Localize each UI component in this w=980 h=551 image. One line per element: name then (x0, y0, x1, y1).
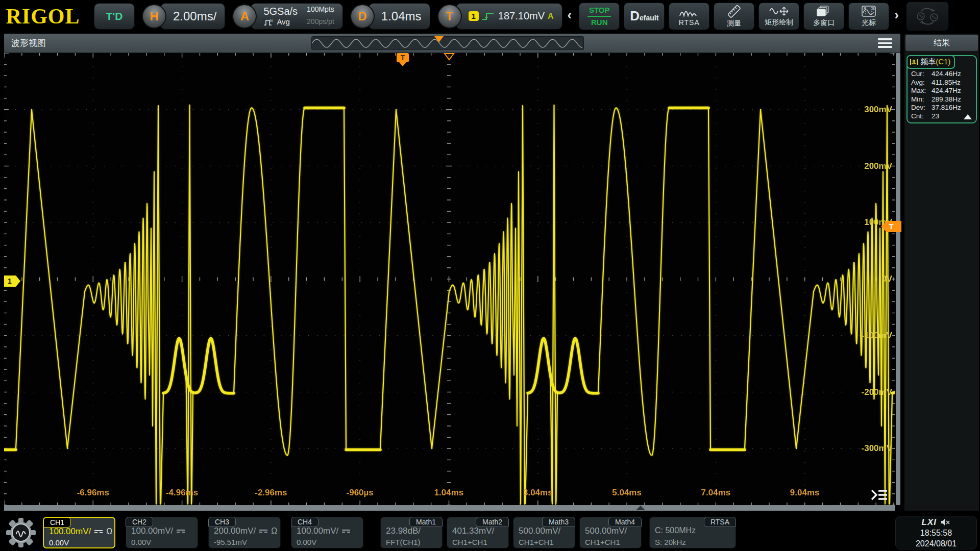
svg-text:A: A (864, 7, 866, 10)
measurement-title-tab: 频率(C1) (906, 55, 955, 69)
horizontal-scale-value: 2.00ms/ (173, 9, 216, 23)
dc-coupling-icon (177, 529, 185, 534)
channel3-tab[interactable]: CH3 (208, 517, 236, 527)
channel2-tab[interactable]: CH2 (126, 517, 153, 527)
waveform-compare-button[interactable] (906, 2, 949, 31)
acquire-group: A 5GSa/s 100Mpts N Avg 200ps/pt (232, 3, 342, 30)
acquire-mode: Avg (277, 18, 290, 27)
spectrum-icon (679, 6, 699, 17)
math4-card[interactable]: Math4 500.00mV/ CH1+CH1 (579, 517, 642, 548)
rtsa-button-label: RTSA (679, 18, 700, 27)
time-axis-label: 1.04ms (426, 488, 472, 498)
trigger-status-badge: T'D (94, 3, 135, 30)
trigger-position-flag[interactable]: T (397, 53, 409, 66)
timebase-overview-strip[interactable] (311, 36, 584, 50)
delay-knob[interactable]: D (350, 4, 375, 29)
trigger-panel[interactable]: 1 187.10mV A (456, 3, 562, 30)
measurement-row-dev: Dev:37.816Hz (908, 104, 976, 112)
channel1-tab[interactable]: CH1 (43, 517, 71, 528)
math2-tab[interactable]: Math2 (476, 517, 509, 527)
channel4-card[interactable]: CH4 100.00mV/ 0.00V (291, 517, 363, 548)
waveform-window: 波形视图 T 1 T 300mV200mV100mV0V-100mV-200mV… (4, 34, 900, 511)
overview-trigger-marker[interactable] (434, 36, 444, 42)
math3-card[interactable]: Math3 500.00mV/ CH1+CH1 (513, 517, 575, 548)
horizontal-group: H 2.00ms/ (142, 3, 225, 30)
channel3-card[interactable]: CH3 200.00mV/ Ω -95.51mV (208, 517, 281, 548)
delay-panel[interactable]: 1.04ms (369, 3, 430, 30)
status-clock-card: LXI 18:55:58 2024/08/01 (895, 516, 977, 549)
math1-card[interactable]: Math1 23.98dB/ FFT(CH1) (380, 517, 443, 548)
channel4-tab[interactable]: CH4 (291, 517, 318, 527)
default-label-initial: D (630, 8, 640, 23)
channel2-scale: 100.00mV/ (131, 526, 173, 536)
scrollbar-center-notch (636, 506, 645, 510)
time-axis-label: 5.04ms (604, 488, 650, 498)
math1-expression: FFT(CH1) (386, 538, 421, 546)
trigger-flag-tip (399, 62, 406, 66)
rtsa-card[interactable]: RTSA C: 500MHz S: 20kHz (649, 517, 736, 548)
rising-edge-icon (482, 11, 495, 21)
math2-scale: 401.33mV/ (452, 526, 494, 536)
compare-refresh-icon (914, 7, 941, 26)
acquire-panel[interactable]: 5GSa/s 100Mpts N Avg 200ps/pt (251, 3, 342, 30)
cursor-button[interactable]: A B 光标 (848, 3, 889, 30)
measurement-name: 频率 (920, 57, 936, 66)
collapse-chevron[interactable]: ‹ (568, 7, 572, 23)
impedance-icon: Ω (106, 527, 112, 536)
scroll-up-icon[interactable] (964, 114, 972, 119)
math1-scale: 23.98dB/ (386, 526, 421, 536)
math3-tab[interactable]: Math3 (542, 517, 575, 527)
stop-run-button[interactable]: STOP RUN (579, 3, 620, 30)
trigger-level-value: 187.10mV (498, 10, 545, 22)
system-date: 2024/08/01 (896, 538, 976, 549)
horizontal-scale-panel[interactable]: 2.00ms/ (160, 3, 225, 30)
rtsa-tab[interactable]: RTSA (704, 517, 736, 527)
dc-coupling-icon (259, 529, 267, 534)
math4-tab[interactable]: Math4 (608, 517, 642, 527)
math2-card[interactable]: Math2 401.33mV/ CH1+CH1 (447, 517, 509, 548)
resolution: 200ps/pt (307, 18, 334, 27)
delay-value: 1.04ms (381, 9, 422, 23)
measure-button[interactable]: 测量 (714, 3, 754, 30)
multi-window-button[interactable]: 多窗口 (803, 3, 844, 30)
channel1-card[interactable]: CH1 100.00mV/ Ω 0.00V (43, 517, 115, 548)
stop-label: STOP (589, 6, 610, 14)
rtsa-button[interactable]: RTSA (669, 3, 709, 30)
math1-tab[interactable]: Math1 (409, 517, 443, 527)
horizontal-knob[interactable]: H (142, 4, 166, 29)
ruler-icon (726, 5, 742, 18)
channel3-scale: 200.00mV/ (214, 526, 256, 536)
horizontal-scrollbar[interactable] (4, 505, 895, 511)
multi-window-icon (816, 5, 831, 17)
acquire-knob[interactable]: A (232, 4, 257, 29)
trigger-knob[interactable]: T (437, 4, 462, 29)
waveform-view-title: 波形视图 (11, 37, 46, 49)
default-button[interactable]: Default (624, 3, 665, 30)
math3-expression: CH1+CH1 (519, 538, 554, 546)
trigger-group: T 1 187.10mV A (437, 3, 562, 30)
vertical-scrollbar[interactable] (896, 53, 900, 505)
system-menu-button[interactable] (4, 516, 38, 549)
expand-chevron[interactable]: › (894, 7, 899, 23)
rect-draw-button[interactable]: 矩形绘制 (758, 3, 799, 30)
channel1-offset: 0.00V (49, 538, 69, 547)
frequency-measurement-card[interactable]: 频率(C1) Cur:424.46Hz Avg:411.85Hz Max:424… (906, 55, 977, 123)
voltage-axis-label: 300mV (864, 105, 892, 115)
rtsa-center-frequency: C: 500MHz (655, 526, 696, 535)
speaker-muted-icon[interactable] (941, 518, 950, 526)
svg-text:B: B (872, 7, 875, 10)
channel1-scale: 100.00mV/ (49, 527, 91, 537)
voltage-axis-label: -200mV (862, 387, 892, 397)
waveform-grid-area[interactable]: T 1 T 300mV200mV100mV0V-100mV-200mV-300m… (4, 53, 900, 505)
channel3-offset: -95.51mV (214, 538, 247, 546)
channel4-scale: 100.00mV/ (297, 526, 338, 536)
cursor-button-label: 光标 (862, 18, 876, 28)
channel2-card[interactable]: CH2 100.00mV/ 0.00V (126, 517, 198, 548)
window-menu-icon[interactable] (878, 38, 892, 48)
system-time: 18:55:58 (896, 528, 976, 538)
measure-button-label: 测量 (727, 19, 741, 28)
waveform-canvas[interactable] (4, 53, 895, 505)
voltage-axis-label: -300mV (862, 443, 892, 454)
expand-menu-icon[interactable] (870, 488, 889, 502)
lxi-logo: LXI (922, 517, 937, 527)
